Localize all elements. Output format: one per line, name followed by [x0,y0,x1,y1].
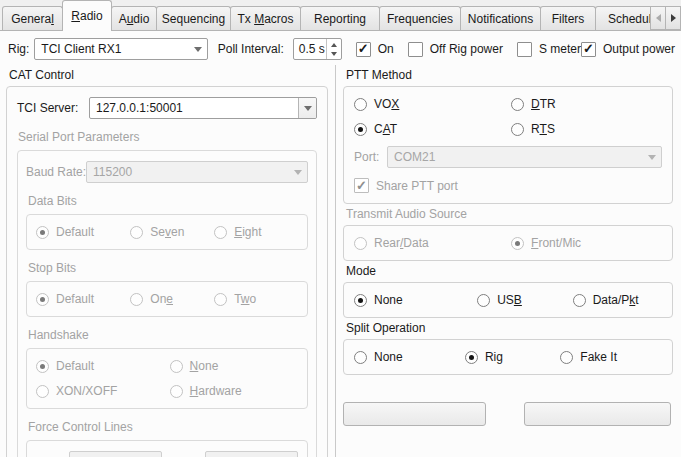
ptt-cat-radio[interactable]: CAT [354,122,511,136]
tab-audio[interactable]: Audio [111,6,157,31]
share-ptt-row: ✓ Share PTT port [354,178,662,193]
settings-columns: CAT Control TCI Server: 127.0.0.1:50001 … [0,65,681,457]
port-select: COM21 [387,146,662,168]
partial-button-right[interactable] [524,402,671,426]
tab-label: Filters [552,12,585,26]
force-control-lines-title: Force Control Lines [28,420,308,434]
radio-dot [477,294,490,307]
tab-notifications[interactable]: Notifications [460,6,541,31]
tci-server-label: TCI Server: [17,101,89,115]
tab-scheduler[interactable]: Scheduler [595,6,657,31]
radio-dot [354,98,367,111]
share-ptt-port-checkbox: ✓ Share PTT port [354,178,458,193]
poll-interval-label: Poll Interval: [218,42,284,56]
split-rig-radio[interactable]: Rig [465,350,560,364]
radio-dot [573,294,586,307]
bottom-button-row [343,402,673,426]
rig-select[interactable]: TCI Client RX1 [34,38,207,60]
tab-filters[interactable]: Filters [540,6,596,31]
tab-label: Tx Macros [237,12,293,26]
tab-radio[interactable]: Radio [62,0,112,31]
split-operation-group: None Rig Fake It [343,339,673,375]
radio-dot [560,351,573,364]
radio-label: None [374,293,403,307]
tci-server-combobox[interactable]: 127.0.0.1:50001 [89,97,317,119]
cat-control-group: TCI Server: 127.0.0.1:50001 Serial Port … [6,86,328,457]
dropdown-arrow-icon [189,39,207,59]
radio-label: Data/Pkt [593,293,639,307]
port-label: Port: [354,150,387,164]
split-operation-title: Split Operation [346,321,673,335]
on-checkbox[interactable]: ✓ On [356,42,394,57]
spin-down-icon[interactable] [327,49,341,59]
tas-front-mic-radio: Front/Mic [511,236,662,250]
stop-bits-default-radio: Default [36,292,130,306]
radio-label: Default [56,292,94,306]
tab-general[interactable]: General [2,6,63,31]
checkbox-box: ✓ [356,42,371,57]
checkbox-box: ✓ [354,178,369,193]
tab-frequencies[interactable]: Frequencies [379,6,461,31]
tab-scroll-left-button[interactable] [650,6,666,30]
tab-label: Notifications [468,12,533,26]
force-control-lines-group: DTR: RTS: [26,440,308,457]
split-fake-it-radio[interactable]: Fake It [560,350,662,364]
tab-label: Frequencies [387,12,453,26]
poll-interval-spinbox[interactable]: 0.5 s [293,38,342,60]
checkbox-label: Share PTT port [376,179,458,193]
radio-dot [130,226,143,239]
s-meter-checkbox[interactable]: ✓ S meter [517,42,581,57]
mode-usb-radio[interactable]: USB [477,293,572,307]
radio-label: None [190,359,219,373]
radio-dot [511,98,524,111]
rig-value: TCI Client RX1 [35,39,188,59]
tab-scroll-right-button[interactable] [665,6,681,30]
dtr-select [69,451,162,457]
baud-rate-value: 115200 [87,162,289,182]
checkbox-box: ✓ [581,42,596,57]
radio-label: One [150,292,173,306]
radio-label: Eight [234,225,261,239]
radio-label: DTR [531,97,556,111]
check-icon: ✓ [583,42,594,55]
mode-data-pkt-radio[interactable]: Data/Pkt [573,293,662,307]
radio-dot [465,351,478,364]
cat-control-column: CAT Control TCI Server: 127.0.0.1:50001 … [6,65,328,457]
mode-group: None USB Data/Pkt [343,282,673,318]
spin-up-icon[interactable] [327,39,341,49]
partial-button-left[interactable] [343,402,486,426]
output-power-checkbox[interactable]: ✓ Output power [581,42,675,57]
radio-label: Seven [150,225,184,239]
mode-title: Mode [346,264,673,278]
dropdown-arrow-icon [143,452,161,457]
handshake-default-radio: Default [36,359,170,373]
settings-window: General Radio Audio Sequencing Tx Macros… [0,0,681,457]
ptt-port-row: Port: COM21 [354,146,662,168]
stop-bits-group: Default One Two [26,281,308,317]
radio-label: None [374,350,403,364]
radio-dot [36,226,49,239]
tab-label: General [11,12,54,26]
tab-sequencing[interactable]: Sequencing [156,6,231,31]
handshake-none-radio: None [170,359,298,373]
tab-bar: General Radio Audio Sequencing Tx Macros… [0,0,681,31]
stop-bits-title: Stop Bits [28,261,308,275]
tab-reporting[interactable]: Reporting [300,6,380,31]
checkbox-label: Output power [603,42,675,56]
ptt-dtr-radio: DTR [511,97,662,111]
split-none-radio[interactable]: None [354,350,465,364]
tab-label: Reporting [314,12,366,26]
ptt-column: PTT Method VOX DTR CAT RTS [343,65,673,426]
off-rig-power-checkbox[interactable]: ✓ Off Rig power [408,42,503,57]
radio-label: Front/Mic [531,236,581,250]
mode-none-radio[interactable]: None [354,293,477,307]
serial-port-parameters-frame: Baud Rate: 115200 Data Bits Default Seve… [17,150,317,457]
radio-dot [354,351,367,364]
rts-value [206,452,279,457]
data-bits-seven-radio: Seven [130,225,214,239]
radio-label: Two [234,292,256,306]
port-value: COM21 [388,147,643,167]
check-icon: ✓ [356,179,367,192]
tab-tx-macros[interactable]: Tx Macros [230,6,301,31]
radio-label: USB [497,293,522,307]
